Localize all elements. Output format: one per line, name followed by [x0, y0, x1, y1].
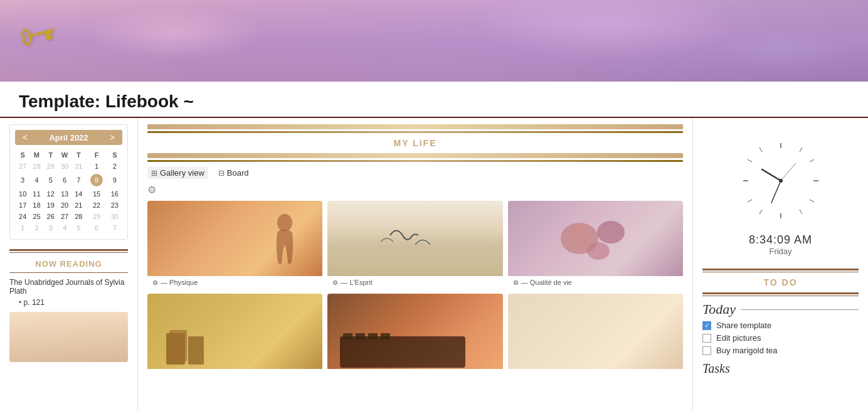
calendar-day-cell[interactable]: 24	[16, 211, 29, 222]
calendar-days-header: SMTWTFS	[16, 150, 121, 160]
calendar-day-cell[interactable]: 30	[58, 161, 71, 171]
esprit-icon: ⚙	[332, 279, 338, 286]
calendar-week-row: 24252627282930	[16, 211, 121, 222]
todo-checkbox[interactable]	[702, 334, 711, 343]
svg-line-26	[781, 163, 796, 181]
calendar-day-header: S	[16, 150, 29, 160]
calendar-body: 2728293031123456789101112131415161718192…	[16, 161, 121, 233]
calendar-day-cell[interactable]: 12	[45, 189, 57, 199]
todo-checkbox[interactable]	[702, 346, 711, 355]
calendar-day-cell[interactable]: 14	[72, 189, 85, 199]
calendar-day-cell[interactable]: 27	[58, 211, 71, 222]
today-line	[741, 309, 859, 310]
clock-day: Friday	[769, 247, 791, 256]
header-banner: 🗝	[0, 0, 868, 82]
calendar-day-cell[interactable]: 1	[16, 223, 29, 233]
svg-rect-10	[368, 333, 378, 339]
photo-item-light[interactable]	[508, 294, 683, 374]
book-image-placeholder	[9, 312, 128, 362]
tab-gallery-view[interactable]: ⊞ Gallery view	[147, 167, 208, 179]
svg-point-27	[779, 179, 783, 183]
photo-grid: ⚙ — Physique ⚙ — L'Esprit	[147, 201, 683, 374]
svg-line-25	[771, 181, 781, 203]
calendar-day-cell[interactable]: 16	[109, 189, 121, 199]
calendar-day-cell[interactable]: 9	[109, 173, 121, 188]
todo-checkbox[interactable]: ✓	[702, 321, 711, 330]
calendar-day-cell[interactable]: 18	[30, 200, 43, 210]
calendar-day-header: S	[109, 150, 121, 160]
calendar-day-cell[interactable]: 27	[16, 161, 29, 171]
calendar-day-cell[interactable]: 6	[86, 223, 107, 233]
calendar-day-cell[interactable]: 1	[86, 161, 107, 171]
physique-icon: ⚙	[152, 279, 158, 286]
calendar-day-cell[interactable]: 26	[45, 211, 57, 222]
calendar-day-cell[interactable]: 8	[86, 173, 107, 188]
calendar-day-cell[interactable]: 4	[58, 223, 71, 233]
calendar-day-header: T	[45, 150, 57, 160]
right-sidebar: 8:34:09 AM Friday TO DO Today ✓Share tem…	[692, 118, 868, 411]
todo-item[interactable]: Buy marigold tea	[702, 346, 859, 355]
tab-board[interactable]: ⊟ Board	[214, 167, 253, 179]
svg-rect-9	[356, 333, 365, 339]
calendar-next-button[interactable]: >	[107, 132, 117, 142]
book-page: p. 121	[9, 298, 128, 307]
calendar-day-cell[interactable]: 25	[30, 211, 43, 222]
todo-item[interactable]: Edit pictures	[702, 333, 859, 343]
svg-line-17	[810, 159, 814, 162]
photo-physique-thumb	[147, 201, 322, 276]
calendar-day-cell[interactable]: 21	[72, 200, 85, 210]
calendar-day-cell[interactable]: 15	[86, 189, 107, 199]
photo-qualite-thumb	[508, 201, 683, 276]
filter-icon[interactable]: ⚙	[147, 184, 683, 196]
calendar-day-cell[interactable]: 2	[109, 161, 121, 171]
calendar-day-cell[interactable]: 11	[30, 189, 43, 199]
photo-esprit-thumb	[327, 201, 502, 276]
todo-item[interactable]: ✓Share template	[702, 321, 859, 330]
photo-item-physique[interactable]: ⚙ — Physique	[147, 201, 322, 289]
calendar-day-cell[interactable]: 23	[109, 200, 121, 210]
svg-rect-5	[169, 330, 187, 361]
calendar-day-cell[interactable]: 20	[58, 200, 71, 210]
calendar-day-cell[interactable]: 5	[72, 223, 85, 233]
calendar-day-cell[interactable]: 3	[16, 173, 29, 188]
photo-item-books[interactable]	[147, 294, 322, 374]
calendar-day-cell[interactable]: 19	[45, 200, 57, 210]
calendar-day-cell[interactable]: 7	[72, 173, 85, 188]
svg-point-3	[587, 242, 610, 260]
page-title: Template: Lifebook ~	[19, 92, 849, 112]
calendar-week-row: 1234567	[16, 223, 121, 233]
calendar-day-cell[interactable]: 30	[109, 211, 121, 222]
today-heading: Today	[702, 301, 859, 318]
calendar-day-cell[interactable]: 31	[72, 161, 85, 171]
calendar-day-cell[interactable]: 17	[16, 200, 29, 210]
photo-esprit-label: ⚙ — L'Esprit	[327, 276, 502, 289]
calendar-month-label: April 2022	[49, 133, 88, 142]
svg-line-24	[762, 169, 781, 181]
calendar-day-cell[interactable]: 29	[86, 211, 107, 222]
now-reading-title: NOW READING	[9, 259, 128, 269]
svg-rect-6	[188, 336, 204, 365]
calendar-week-row: 17181920212223	[16, 200, 121, 210]
calendar-day-cell[interactable]: 22	[86, 200, 107, 210]
calendar-week-row: 3456789	[16, 173, 121, 188]
book-title: The Unabridged Journals of Sylvia Plath	[9, 278, 128, 296]
calendar-day-cell[interactable]: 4	[30, 173, 43, 188]
calendar-day-cell[interactable]: 28	[30, 161, 43, 171]
center-content: MY LIFE ⊞ Gallery view ⊟ Board ⚙	[138, 118, 692, 411]
photo-item-film[interactable]	[327, 294, 502, 374]
calendar-day-cell[interactable]: 29	[45, 161, 57, 171]
calendar-day-cell[interactable]: 7	[109, 223, 121, 233]
photo-item-qualite[interactable]: ⚙ — Qualité de vie	[508, 201, 683, 289]
calendar-day-cell[interactable]: 2	[30, 223, 43, 233]
photo-item-esprit[interactable]: ⚙ — L'Esprit	[327, 201, 502, 289]
todo-item-label: Share template	[716, 321, 771, 330]
calendar-day-cell[interactable]: 13	[58, 189, 71, 199]
calendar-prev-button[interactable]: <	[20, 132, 30, 142]
calendar-day-cell[interactable]: 5	[45, 173, 57, 188]
gold-bar-top-thin	[147, 131, 683, 133]
calendar-day-cell[interactable]: 10	[16, 189, 29, 199]
calendar-day-cell[interactable]: 6	[58, 173, 71, 188]
calendar-day-cell[interactable]: 3	[45, 223, 57, 233]
clock-face	[731, 131, 831, 231]
calendar-day-cell[interactable]: 28	[72, 211, 85, 222]
